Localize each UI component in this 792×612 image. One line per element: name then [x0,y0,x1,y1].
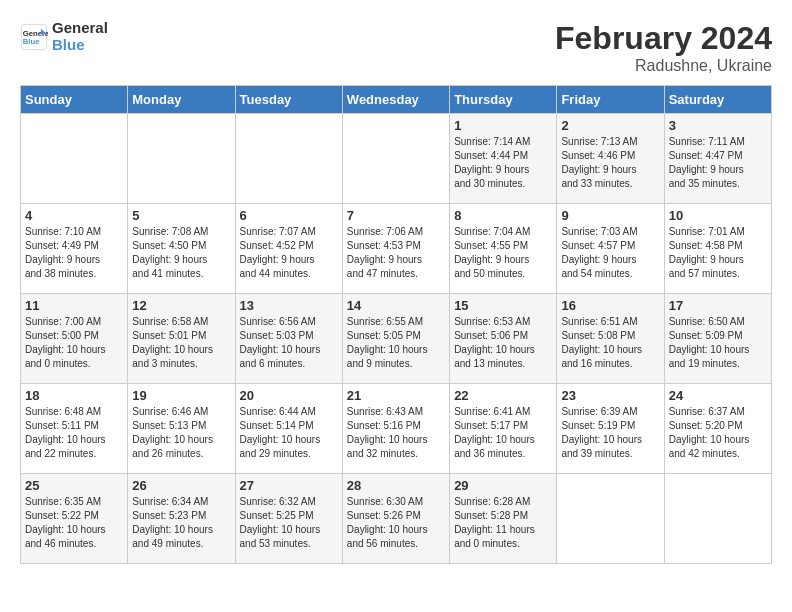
week-row-4: 18Sunrise: 6:48 AMSunset: 5:11 PMDayligh… [21,384,772,474]
day-info: Sunrise: 7:11 AMSunset: 4:47 PMDaylight:… [669,135,767,191]
day-number: 26 [132,478,230,493]
header-row: SundayMondayTuesdayWednesdayThursdayFrid… [21,86,772,114]
column-header-thursday: Thursday [450,86,557,114]
day-info: Sunrise: 7:08 AMSunset: 4:50 PMDaylight:… [132,225,230,281]
calendar-cell: 11Sunrise: 7:00 AMSunset: 5:00 PMDayligh… [21,294,128,384]
logo-icon: General Blue [20,23,48,51]
calendar-cell: 24Sunrise: 6:37 AMSunset: 5:20 PMDayligh… [664,384,771,474]
calendar-cell: 21Sunrise: 6:43 AMSunset: 5:16 PMDayligh… [342,384,449,474]
calendar-cell: 25Sunrise: 6:35 AMSunset: 5:22 PMDayligh… [21,474,128,564]
calendar-cell [21,114,128,204]
calendar-cell: 12Sunrise: 6:58 AMSunset: 5:01 PMDayligh… [128,294,235,384]
column-header-tuesday: Tuesday [235,86,342,114]
week-row-5: 25Sunrise: 6:35 AMSunset: 5:22 PMDayligh… [21,474,772,564]
day-number: 27 [240,478,338,493]
day-info: Sunrise: 7:13 AMSunset: 4:46 PMDaylight:… [561,135,659,191]
day-number: 25 [25,478,123,493]
day-number: 7 [347,208,445,223]
day-number: 10 [669,208,767,223]
calendar-cell [557,474,664,564]
day-number: 23 [561,388,659,403]
calendar-cell: 6Sunrise: 7:07 AMSunset: 4:52 PMDaylight… [235,204,342,294]
calendar-cell [664,474,771,564]
day-info: Sunrise: 6:51 AMSunset: 5:08 PMDaylight:… [561,315,659,371]
day-info: Sunrise: 6:46 AMSunset: 5:13 PMDaylight:… [132,405,230,461]
page-header: General Blue General Blue February 2024 … [20,20,772,75]
calendar-cell: 27Sunrise: 6:32 AMSunset: 5:25 PMDayligh… [235,474,342,564]
day-number: 29 [454,478,552,493]
day-number: 21 [347,388,445,403]
day-info: Sunrise: 6:58 AMSunset: 5:01 PMDaylight:… [132,315,230,371]
day-number: 28 [347,478,445,493]
day-info: Sunrise: 7:00 AMSunset: 5:00 PMDaylight:… [25,315,123,371]
calendar-cell: 19Sunrise: 6:46 AMSunset: 5:13 PMDayligh… [128,384,235,474]
calendar-cell: 5Sunrise: 7:08 AMSunset: 4:50 PMDaylight… [128,204,235,294]
day-number: 22 [454,388,552,403]
day-info: Sunrise: 7:10 AMSunset: 4:49 PMDaylight:… [25,225,123,281]
calendar-cell [235,114,342,204]
calendar-cell: 22Sunrise: 6:41 AMSunset: 5:17 PMDayligh… [450,384,557,474]
calendar-cell: 1Sunrise: 7:14 AMSunset: 4:44 PMDaylight… [450,114,557,204]
calendar-cell: 8Sunrise: 7:04 AMSunset: 4:55 PMDaylight… [450,204,557,294]
calendar-cell: 28Sunrise: 6:30 AMSunset: 5:26 PMDayligh… [342,474,449,564]
calendar-cell [342,114,449,204]
day-number: 11 [25,298,123,313]
day-number: 6 [240,208,338,223]
location-subtitle: Radushne, Ukraine [555,57,772,75]
day-number: 20 [240,388,338,403]
day-number: 17 [669,298,767,313]
day-info: Sunrise: 6:50 AMSunset: 5:09 PMDaylight:… [669,315,767,371]
calendar-cell: 17Sunrise: 6:50 AMSunset: 5:09 PMDayligh… [664,294,771,384]
calendar-cell: 18Sunrise: 6:48 AMSunset: 5:11 PMDayligh… [21,384,128,474]
day-number: 9 [561,208,659,223]
calendar-cell: 16Sunrise: 6:51 AMSunset: 5:08 PMDayligh… [557,294,664,384]
column-header-friday: Friday [557,86,664,114]
calendar-cell: 7Sunrise: 7:06 AMSunset: 4:53 PMDaylight… [342,204,449,294]
calendar-cell: 15Sunrise: 6:53 AMSunset: 5:06 PMDayligh… [450,294,557,384]
calendar-cell: 20Sunrise: 6:44 AMSunset: 5:14 PMDayligh… [235,384,342,474]
title-block: February 2024 Radushne, Ukraine [555,20,772,75]
day-number: 1 [454,118,552,133]
day-info: Sunrise: 6:41 AMSunset: 5:17 PMDaylight:… [454,405,552,461]
day-number: 12 [132,298,230,313]
week-row-2: 4Sunrise: 7:10 AMSunset: 4:49 PMDaylight… [21,204,772,294]
day-info: Sunrise: 6:43 AMSunset: 5:16 PMDaylight:… [347,405,445,461]
column-header-monday: Monday [128,86,235,114]
day-number: 15 [454,298,552,313]
calendar-table: SundayMondayTuesdayWednesdayThursdayFrid… [20,85,772,564]
month-title: February 2024 [555,20,772,57]
logo-line1: General [52,20,108,37]
column-header-sunday: Sunday [21,86,128,114]
day-info: Sunrise: 6:39 AMSunset: 5:19 PMDaylight:… [561,405,659,461]
day-number: 3 [669,118,767,133]
calendar-cell: 3Sunrise: 7:11 AMSunset: 4:47 PMDaylight… [664,114,771,204]
day-info: Sunrise: 7:04 AMSunset: 4:55 PMDaylight:… [454,225,552,281]
day-number: 14 [347,298,445,313]
day-number: 5 [132,208,230,223]
logo-line2: Blue [52,37,108,54]
svg-text:Blue: Blue [23,37,40,46]
day-info: Sunrise: 6:32 AMSunset: 5:25 PMDaylight:… [240,495,338,551]
day-info: Sunrise: 6:53 AMSunset: 5:06 PMDaylight:… [454,315,552,371]
day-number: 4 [25,208,123,223]
day-info: Sunrise: 6:48 AMSunset: 5:11 PMDaylight:… [25,405,123,461]
day-info: Sunrise: 7:07 AMSunset: 4:52 PMDaylight:… [240,225,338,281]
column-header-wednesday: Wednesday [342,86,449,114]
calendar-cell: 9Sunrise: 7:03 AMSunset: 4:57 PMDaylight… [557,204,664,294]
day-info: Sunrise: 7:06 AMSunset: 4:53 PMDaylight:… [347,225,445,281]
week-row-3: 11Sunrise: 7:00 AMSunset: 5:00 PMDayligh… [21,294,772,384]
calendar-cell: 23Sunrise: 6:39 AMSunset: 5:19 PMDayligh… [557,384,664,474]
calendar-cell: 13Sunrise: 6:56 AMSunset: 5:03 PMDayligh… [235,294,342,384]
day-info: Sunrise: 6:34 AMSunset: 5:23 PMDaylight:… [132,495,230,551]
day-info: Sunrise: 6:28 AMSunset: 5:28 PMDaylight:… [454,495,552,551]
day-info: Sunrise: 6:44 AMSunset: 5:14 PMDaylight:… [240,405,338,461]
day-number: 18 [25,388,123,403]
calendar-cell: 14Sunrise: 6:55 AMSunset: 5:05 PMDayligh… [342,294,449,384]
day-number: 2 [561,118,659,133]
day-number: 24 [669,388,767,403]
day-info: Sunrise: 7:01 AMSunset: 4:58 PMDaylight:… [669,225,767,281]
day-info: Sunrise: 6:55 AMSunset: 5:05 PMDaylight:… [347,315,445,371]
calendar-cell: 4Sunrise: 7:10 AMSunset: 4:49 PMDaylight… [21,204,128,294]
day-info: Sunrise: 7:14 AMSunset: 4:44 PMDaylight:… [454,135,552,191]
day-number: 16 [561,298,659,313]
